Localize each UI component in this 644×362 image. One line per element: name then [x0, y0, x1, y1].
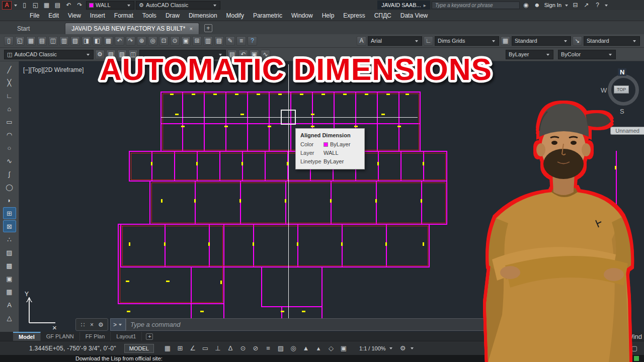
ortho-mode-icon[interactable]: ⊥ [212, 343, 223, 353]
save-icon[interactable]: ▦ [42, 1, 51, 10]
selection-cycling-icon[interactable]: ◎ [288, 343, 299, 353]
user-avatar-icon[interactable]: ☻ [532, 1, 542, 10]
menu-insert[interactable]: Insert [86, 10, 110, 21]
copy-icon[interactable]: ◨ [82, 36, 91, 46]
menu-spds[interactable]: СПДС [370, 10, 396, 21]
object-snap-tracking-icon[interactable]: ⊘ [250, 343, 261, 353]
design-center-icon[interactable]: ⊞ [192, 36, 202, 46]
construction-line-icon[interactable]: ╳ [3, 76, 16, 88]
gradient-icon[interactable]: ▩ [3, 259, 16, 272]
grid-display-icon[interactable]: ▦ [162, 343, 173, 353]
undo-icon[interactable]: ↶ [115, 36, 124, 46]
sign-in-button[interactable]: Sign In [544, 2, 561, 8]
tab-start[interactable]: Start [11, 23, 36, 34]
circle-icon[interactable]: ○ [3, 142, 16, 154]
mleader-style-icon[interactable]: ↘ [573, 36, 582, 46]
command-grip-icon[interactable]: ∷ [79, 320, 87, 329]
dynamic-input-icon[interactable]: ▭ [200, 343, 211, 353]
menu-file[interactable]: File [25, 10, 44, 21]
command-prompt[interactable]: > [110, 318, 126, 331]
viewport-controls[interactable]: [−][Top][2D Wireframe] [23, 66, 84, 73]
open-file-icon[interactable]: ◱ [31, 1, 40, 10]
dim-style-combo[interactable]: Dims Grids [435, 36, 499, 46]
workspace-switch-combo[interactable]: ◫ AutoCAD Classic [4, 50, 94, 59]
ellipse-arc-icon[interactable]: ◗ [3, 194, 16, 206]
undo-icon[interactable]: ↶ [64, 1, 73, 10]
new-drawing-tab-button[interactable]: + [204, 24, 212, 32]
plot-icon[interactable]: ▤ [53, 1, 62, 10]
menu-view[interactable]: View [63, 10, 86, 21]
snap-mode-icon[interactable]: ⊞ [175, 343, 186, 353]
infer-constraints-icon[interactable]: ∠ [187, 343, 198, 353]
dim-style-icon[interactable]: ∟ [424, 36, 433, 46]
menu-tools[interactable]: Tools [138, 10, 161, 21]
cart-icon[interactable]: ⊟ [571, 1, 580, 10]
help-icon[interactable]: ? [593, 1, 602, 10]
table-style-icon[interactable]: ▦ [501, 36, 510, 46]
redo-icon[interactable]: ↷ [75, 1, 85, 10]
menu-window[interactable]: Window [287, 10, 317, 21]
table-icon[interactable]: ▦ [3, 286, 16, 298]
tab-gf-plann[interactable]: GF PLANN [41, 332, 80, 341]
new-layout-button[interactable]: + [146, 333, 153, 340]
transparency-icon[interactable]: ▨ [275, 343, 286, 353]
scale-tool-icon[interactable]: △ [3, 312, 16, 324]
revision-cloud-icon[interactable]: ∿ [3, 155, 16, 167]
object-color-combo[interactable]: ByLayer [506, 50, 553, 59]
plot-preview-icon[interactable]: ◫ [48, 36, 58, 46]
make-block-icon[interactable]: ⊠ [3, 220, 16, 232]
save-file-icon[interactable]: ▦ [26, 36, 36, 46]
rectangle-icon[interactable]: ▭ [3, 116, 16, 128]
properties-palette-icon[interactable]: ▣ [181, 36, 191, 46]
mleader-style-combo[interactable]: Standard [584, 36, 640, 46]
autoscale-icon[interactable]: ▴ [313, 343, 324, 353]
quick-calc-icon[interactable]: ≡ [236, 36, 246, 46]
redo-icon[interactable]: ↷ [126, 36, 135, 46]
polygon-icon[interactable]: ⌂ [3, 103, 16, 115]
units-icon[interactable]: ◇ [326, 343, 337, 353]
annotation-scale-combo[interactable]: 1:1 / 100% [356, 344, 396, 352]
line-icon[interactable]: ╱ [3, 63, 16, 75]
tab-layout1[interactable]: Layout1 [111, 332, 142, 341]
sheet-set-manager-icon[interactable]: ▤ [214, 36, 224, 46]
zoom-previous-icon[interactable]: ⊙ [170, 36, 180, 46]
document-tab[interactable]: JAVAID SAAB... ▸ [377, 1, 430, 10]
match-properties-icon[interactable]: ▩ [104, 36, 113, 46]
share-icon[interactable]: ↗ [582, 1, 591, 10]
text-style-icon[interactable]: A [357, 36, 366, 46]
point-icon[interactable]: ∴ [3, 233, 16, 245]
menu-draw[interactable]: Draw [161, 10, 184, 21]
workspace-combo[interactable]: WALL [86, 1, 134, 10]
ellipse-icon[interactable]: ◯ [3, 181, 16, 193]
menu-format[interactable]: Format [110, 10, 138, 21]
tab-ff-plan[interactable]: FF Plan [80, 332, 111, 341]
pan-icon[interactable]: ⊕ [137, 36, 146, 46]
menu-edit[interactable]: Edit [44, 10, 63, 21]
zoom-window-icon[interactable]: ⊡ [159, 36, 169, 46]
model-space-button[interactable]: MODEL [124, 344, 154, 353]
tab-drawing-active[interactable]: JAVAID SAAB NEW FACTORY AS BUILT* × [65, 23, 199, 34]
help-icon-toolbar[interactable]: ? [248, 36, 257, 46]
autocad-logo-icon[interactable]: A [2, 1, 12, 10]
open-file-icon[interactable]: ◱ [15, 36, 25, 46]
tool-palettes-icon[interactable]: ▥ [203, 36, 213, 46]
compass-north[interactable]: N [618, 68, 626, 76]
zoom-realtime-icon[interactable]: ◎ [148, 36, 157, 46]
markup-set-manager-icon[interactable]: ✎ [225, 36, 235, 46]
tab-model[interactable]: Model [13, 332, 41, 341]
publish-icon[interactable]: ▥ [59, 36, 69, 46]
command-input[interactable] [126, 318, 502, 331]
polyline-icon[interactable]: ∟ [3, 89, 16, 102]
arc-icon[interactable]: ◠ [3, 129, 16, 141]
region-icon[interactable]: ▣ [3, 273, 16, 285]
menu-parametric[interactable]: Parametric [249, 10, 287, 21]
hatch-icon[interactable]: ▨ [3, 246, 16, 258]
close-tab-icon[interactable]: × [189, 26, 192, 32]
new-file-icon[interactable]: ▯ [20, 1, 29, 10]
object-snap-icon[interactable]: ⊙ [237, 343, 249, 353]
text-style-combo[interactable]: Arial [368, 36, 422, 46]
plot-icon[interactable]: ▤ [37, 36, 47, 46]
new-file-icon[interactable]: ▯ [4, 36, 14, 46]
polar-tracking-icon[interactable]: ∆ [225, 343, 236, 353]
menu-data-view[interactable]: Data View [396, 10, 432, 21]
